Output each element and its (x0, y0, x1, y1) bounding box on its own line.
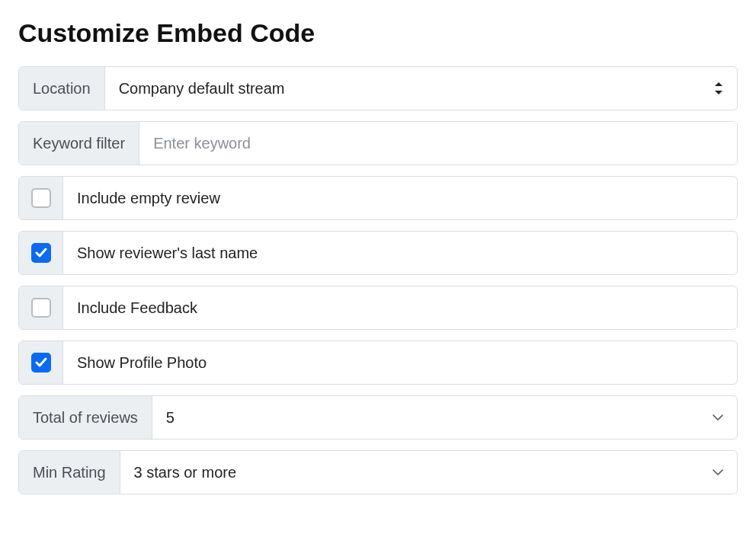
keyword-filter-input[interactable] (139, 122, 737, 165)
check-icon (35, 357, 47, 369)
min-rating-row: Min Rating 3 stars or more (18, 450, 738, 494)
checkbox-area (19, 232, 63, 274)
keyword-filter-row: Keyword filter (18, 121, 738, 165)
location-label: Location (19, 67, 105, 110)
keyword-filter-label: Keyword filter (19, 122, 139, 165)
checkbox-area (19, 341, 63, 384)
total-reviews-row: Total of reviews 5 (18, 395, 738, 440)
include-empty-row: Include empty review (18, 176, 738, 220)
location-select[interactable]: Company default stream (105, 67, 737, 110)
include-empty-label: Include empty review (63, 177, 737, 219)
show-profile-photo-row: Show Profile Photo (18, 341, 738, 385)
show-profile-photo-label: Show Profile Photo (63, 341, 737, 384)
min-rating-label: Min Rating (19, 451, 120, 494)
include-feedback-checkbox[interactable] (31, 298, 51, 318)
checkbox-area (19, 177, 63, 219)
total-reviews-select[interactable]: 5 (152, 396, 737, 439)
include-empty-checkbox[interactable] (31, 188, 51, 208)
check-icon (35, 247, 47, 259)
show-lastname-checkbox[interactable] (31, 243, 51, 263)
total-reviews-label: Total of reviews (19, 396, 152, 439)
include-feedback-row: Include Feedback (18, 286, 738, 330)
show-lastname-row: Show reviewer's last name (18, 231, 738, 275)
min-rating-select[interactable]: 3 stars or more (120, 451, 737, 494)
location-row: Location Company default stream (18, 66, 738, 110)
checkbox-area (19, 286, 63, 329)
show-profile-photo-checkbox[interactable] (31, 353, 51, 373)
show-lastname-label: Show reviewer's last name (63, 232, 737, 274)
page-heading: Customize Embed Code (18, 18, 738, 48)
include-feedback-label: Include Feedback (63, 286, 737, 329)
